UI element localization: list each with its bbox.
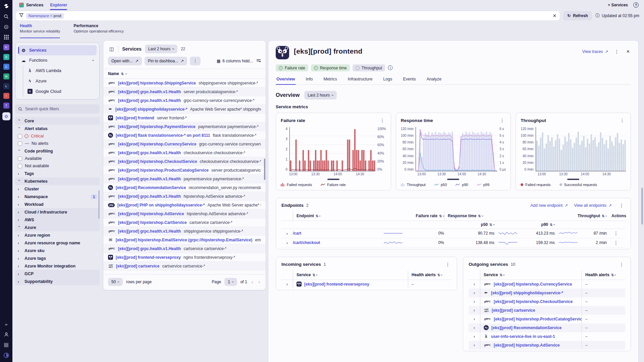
service-row[interactable]: gRPC[eks][prod] grpc.health.v1.Healthgrp… [103,96,266,105]
chart-more-icon[interactable]: ⋮ [498,117,506,124]
tab-analyze[interactable]: Analyze [426,75,442,84]
col-throughput[interactable]: Throughput⇅› [578,212,607,221]
service-link[interactable]: [eks][prod] frontend-reverseproxy [304,282,369,287]
org-grid-icon[interactable] [3,342,10,348]
clouds-app-icon[interactable]: C [3,64,9,70]
dynatrace-logo[interactable] [3,3,10,9]
col-service[interactable]: Service⇅› [480,270,582,280]
service-row[interactable]: gRPC[eks][prod] hipstershop.PaymentServi… [103,122,266,131]
tab-infrastructure[interactable]: Infrastructure [347,75,373,84]
chart-more-icon[interactable]: ⋮ [379,117,386,124]
service-row[interactable]: gRPC[eks][prod] hipstershop.AdServicehip… [103,209,266,218]
service-link[interactable]: [eks][prod] hipstershop.AdService [494,343,560,348]
service-row[interactable]: Py[eks][prod] flask translationservice-*… [103,131,266,140]
service-row[interactable]: gRPC[eks][prod] hipstershop.CheckoutServ… [103,157,266,166]
user-icon[interactable] [3,331,10,338]
overview-time-range-dropdown[interactable]: Last 2 hours › [304,91,337,100]
filter-option-available[interactable]: Available [15,155,100,162]
service-link[interactable]: [eks][prod] hipstershop.CheckoutService [118,159,197,164]
chart-zoom-handle[interactable] [447,179,459,180]
service-link[interactable]: [eks][prod] hipstershop.CartService [118,220,187,225]
filter-group-workload[interactable]: ›Workload [15,200,100,208]
service-row[interactable]: gRPC[eks][prod] grpc.health.v1.Healthhip… [103,192,266,201]
tab-logs[interactable]: Logs [382,75,393,84]
service-row[interactable]: gRPC[eks][prod] hipstershop.CartServicec… [103,218,266,227]
checkbox[interactable] [18,134,22,138]
service-row[interactable]: gRPC[eks][prod] grpc.health.v1.Healthshi… [103,227,266,236]
service-row[interactable]: Py[eks][prod] RecommendationServicerecom… [103,183,266,192]
filter-group-namespace[interactable]: ›Namespace1 [15,193,100,200]
service-link[interactable]: [eks][prod] shippingholidaysservice-* [491,291,563,295]
service-link[interactable]: [eks][prod] shippingholidaysservice-* [115,107,187,112]
col-failure-rate[interactable]: Failure rate⇅› [404,212,444,221]
sidebar-item-services[interactable]: ⚙ Services [18,45,97,55]
smartscape-app-icon[interactable]: S [3,54,9,60]
row-expander-icon[interactable]: › [469,306,480,315]
filter-group-aws[interactable]: ›AWS [15,216,100,224]
service-link[interactable]: user-info-service-live in us-east-1 [491,334,555,339]
row-actions-icon[interactable]: ⋮ [612,230,620,237]
account-badge-icon[interactable] [3,352,10,359]
tab-overview[interactable]: Overview [276,75,296,84]
chart-zoom-handle[interactable] [567,179,579,180]
filter-group-gcp[interactable]: ›GCP [15,270,100,278]
filter-option-critical[interactable]: Critical [15,132,100,140]
filter-group-azure[interactable]: ›Azure [15,224,100,231]
close-panel-icon[interactable]: × [625,48,631,55]
service-link[interactable]: [eks][prod] grpc.health.v1.Health [118,150,181,155]
checkbox[interactable] [18,141,22,146]
row-expander-icon[interactable]: › [469,297,480,306]
sort-icon[interactable]: ⇅ [121,72,124,76]
open-with-button[interactable]: Open with... ↗ [108,57,142,65]
view-traces-button[interactable]: View traces ↗ [582,49,608,54]
filter-group-azure-monitor-integration[interactable]: ›Azure Monitor integration [15,262,100,270]
chart-more-icon[interactable]: ⋮ [619,117,626,124]
search-icon[interactable] [3,13,10,20]
sidebar-item-google-cloud[interactable]: GGoogle Cloud [24,86,97,97]
filter-group-code-profiling[interactable]: ›Code profiling [15,147,100,155]
filter-group-azure-region[interactable]: ›Azure region [15,231,100,239]
col-service[interactable]: Service⇅› [293,270,408,280]
checkbox[interactable] [18,157,22,161]
service-link[interactable]: [eks][prod] grpc.health.v1.Health [118,177,181,181]
col-p90[interactable]: p90⇅› [518,221,555,229]
service-link[interactable]: [eks][prod] hipstershop.ShippingService [118,81,196,85]
service-link[interactable]: [eks][prod] hipstershop.EmailService (gr… [116,238,252,242]
service-link[interactable]: [eks][prod] grpc.health.v1.Health [118,194,181,199]
add-endpoint-button[interactable]: Add new endpoint↗ [530,203,568,208]
service-row[interactable]: gRPC[eks][prod] hipstershop.ProductCatal… [103,166,266,175]
filter-group-core[interactable]: ›Core [15,117,100,125]
service-link[interactable]: [eks][prod] RecommendationService [491,325,561,330]
logs-app-icon[interactable]: L [3,83,9,89]
service-link[interactable]: [eks][prod] cartservice [492,308,535,313]
apps-grid-icon[interactable] [3,34,10,41]
filter-group-kubernetes[interactable]: ›Kubernetes [15,177,100,185]
sidebar-item-functions[interactable]: ☁ Functions › [18,55,97,65]
filter-chip-namespace[interactable]: Namespace = prod [26,13,64,19]
service-row[interactable]: gRPC[eks][prod] grpc.health.v1.Healthcar… [103,244,266,253]
filter-group-azure-tags[interactable]: ›Azure tags [15,254,100,262]
service-row[interactable]: php[eks][prod] PHP on shippingholidaysse… [103,201,266,209]
services-table-header[interactable]: Name ⇅ › [103,69,266,79]
row-expander-icon[interactable]: › [281,238,293,248]
service-row[interactable]: [eks][prod] frontendserver frontend-* [103,114,266,122]
clear-filter-icon[interactable]: ✕ [552,13,556,18]
service-link[interactable]: [eks][prod] hipstershop.CurrencyService [494,282,572,287]
tab-health[interactable]: Health Monitor service reliability [20,23,60,39]
view-all-endpoints-button[interactable]: View all endpoints↗ [574,203,612,208]
help-icon[interactable]: ? [633,2,639,8]
service-link[interactable]: [eks][prod] grpc.health.v1.Health [118,89,181,94]
row-expander-icon[interactable]: › [469,280,480,289]
col-response-time[interactable]: Response time⇅› [444,212,555,221]
tab-metrics[interactable]: Metrics [323,75,337,84]
service-row[interactable]: ASP .NET[eks][prod] cartservicecartservi… [103,262,266,270]
service-row[interactable]: ✉[eks][prod] hipstershop.EmailService (g… [103,236,266,244]
tab-info[interactable]: Info [305,75,314,84]
page-scrollbar[interactable] [641,188,643,225]
problems-app-icon[interactable]: ! [3,93,9,99]
sidebar-item-azure[interactable]: ϟAzure [24,76,97,86]
outgoing-more-icon[interactable]: ⋮ [618,261,625,268]
service-row[interactable]: [eks][prod] frontend-reverseproxynginx f… [103,253,266,262]
info-icon[interactable]: ⓘ [388,65,392,71]
service-link[interactable]: [eks][prod] hipstershop.AdService [118,212,184,216]
